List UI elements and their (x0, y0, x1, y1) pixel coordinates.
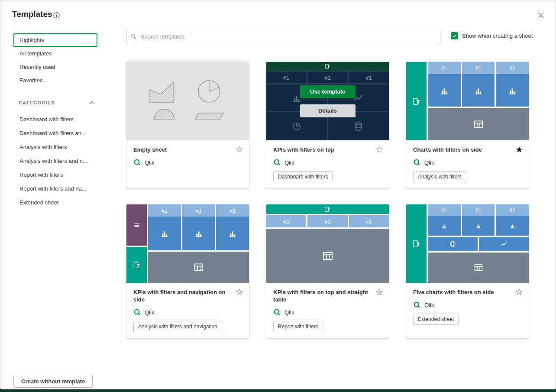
favorite-star[interactable]: ☆ (515, 288, 523, 296)
sidebar-item-recently-used[interactable]: Recently used (13, 60, 97, 74)
kpi-tile-label: #1 (182, 204, 215, 217)
sidebar-category-analysis-with-filters[interactable]: Analysis with filters (13, 140, 97, 154)
kpi-tile-label: #1 (148, 204, 181, 217)
template-card[interactable]: #1 #1 #1 Five charts with filters on sid… (406, 204, 529, 339)
template-grid: Empty sheet ☆ Qlik #1#1#1 Use template D… (126, 62, 529, 339)
menu-icon (133, 222, 140, 229)
favorite-star[interactable]: ☆ (236, 288, 243, 296)
template-thumbnail: #1 #1 #1 (406, 62, 529, 140)
favorite-star[interactable]: ★ (515, 145, 523, 154)
filter-bar (266, 204, 389, 214)
table-icon (194, 262, 204, 272)
kpi-tile-label: #1 (216, 204, 249, 217)
show-when-creating-checkbox[interactable] (451, 32, 458, 39)
kpi-tile-label: #1 (307, 215, 347, 227)
sidebar-category-report-with-filters-and-na[interactable]: Report with filters and na... (13, 181, 97, 195)
sidebar-category-items: Dashboard with filtersDashboard with fil… (13, 112, 97, 209)
info-icon[interactable] (53, 12, 60, 19)
qlik-logo (133, 308, 141, 316)
kpi-tile: #1 (496, 204, 529, 236)
sidebar-item-highlights[interactable]: Highlights (13, 33, 97, 47)
template-card[interactable]: Empty sheet ☆ Qlik (126, 62, 249, 189)
sidebar-category-analysis-with-filters-and-n[interactable]: Analysis with filters and n... (13, 154, 97, 168)
template-card[interactable]: #1 #1 #1 KPIs with filters and navigatio… (126, 204, 249, 339)
bar-chart-icon (441, 223, 447, 229)
kpi-tile: #1 (216, 204, 249, 250)
kpi-tile-body (428, 216, 461, 236)
kpi-tile-body (462, 74, 495, 107)
check-icon (452, 33, 457, 39)
sidebar-item-favorites[interactable]: Favorites (13, 74, 97, 87)
search-input[interactable] (141, 33, 436, 40)
thumb-grid: #1 #1 #1 (126, 204, 249, 283)
table-icon (474, 263, 483, 272)
sidebar-category-dashboard-with-filters[interactable]: Dashboard with filters (13, 112, 97, 126)
filter-pane-icon (412, 240, 421, 248)
kpi-tile: #1 (496, 62, 529, 107)
template-thumbnail: #1#1#1 Use template Details (266, 62, 389, 140)
filter-pane (126, 247, 147, 283)
kpi-tile-body (496, 216, 529, 236)
template-title: Empty sheet (133, 146, 242, 153)
kpi-tile-body (496, 74, 529, 107)
close-icon[interactable] (537, 11, 545, 19)
kpi-tile: #1 (428, 204, 461, 236)
publisher-name: Qlik (145, 309, 154, 316)
template-title: KPIs with filters on top (273, 146, 382, 153)
chevron-up-icon[interactable] (89, 99, 96, 106)
table-icon (322, 250, 333, 262)
table-panel (148, 252, 249, 283)
kpi-tile-label: #1 (428, 62, 461, 74)
favorite-star[interactable]: ☆ (375, 288, 383, 296)
filter-pane-icon (324, 206, 331, 213)
details-button[interactable]: Details (300, 104, 356, 117)
kpi-tile: #1 (462, 62, 495, 107)
create-without-template-button[interactable]: Create without template (13, 375, 93, 388)
show-when-creating-label: Show when creating a sheet (462, 32, 533, 39)
template-thumbnail: #1 #1 #1 (126, 204, 249, 283)
publisher-row: Qlik (413, 159, 522, 166)
card-info: KPIs with filters on top and straight ta… (266, 283, 389, 338)
search-bar (126, 30, 440, 43)
template-thumbnail (126, 62, 249, 140)
use-template-button[interactable]: Use template (300, 85, 356, 98)
templates-dialog: Templates HighlightsAll templatesRecentl… (0, 0, 556, 389)
chart-tile (428, 237, 478, 251)
template-title: KPIs with filters and navigation on side (133, 288, 242, 303)
template-card[interactable]: #1#1#1 KPIs with filters on top and stra… (266, 204, 389, 339)
filter-pane (406, 62, 427, 140)
template-card[interactable]: #1#1#1 Use template Details KPIs with fi… (266, 62, 389, 189)
bar-chart-icon (508, 86, 517, 95)
kpi-tile-body (182, 217, 215, 250)
card-info: KPIs with filters on top ☆ Qlik Dashboar… (266, 140, 389, 188)
show-when-creating-row: Show when creating a sheet (451, 32, 533, 39)
filter-pane-icon (412, 97, 421, 106)
sidebar-main-items: HighlightsAll templatesRecently usedFavo… (13, 33, 97, 87)
table-icon (473, 119, 484, 130)
qlik-logo (273, 159, 281, 166)
kpi-tile: #1 (182, 204, 215, 250)
publisher-row: Qlik (273, 308, 382, 316)
kpi-tile: #1 (462, 204, 495, 236)
thumb-grid: #1 #1 #1 (406, 204, 529, 283)
template-title: Five charts with filters on side (413, 288, 522, 296)
publisher-row: Qlik (133, 308, 242, 316)
kpi-tile-label: #1 (428, 204, 461, 216)
table-panel (266, 229, 389, 283)
sidebar: HighlightsAll templatesRecently usedFavo… (13, 33, 97, 209)
search-icon (130, 33, 137, 40)
sidebar-category-dashboard-with-filters-an[interactable]: Dashboard with filters an... (13, 126, 97, 140)
sidebar-category-extended-sheet[interactable]: Extended sheet (13, 195, 97, 209)
categories-section-header: CATEGORIES (13, 97, 97, 109)
template-card[interactable]: #1 #1 #1 Charts with filters on side ★ Q… (406, 62, 529, 189)
favorite-star[interactable]: ☆ (375, 145, 383, 154)
publisher-name: Qlik (424, 159, 434, 166)
categories-header-label: CATEGORIES (19, 100, 89, 105)
hover-actions: Use template Details (266, 62, 389, 140)
kpi-tile: #1 (148, 204, 181, 250)
favorite-star[interactable]: ☆ (236, 145, 243, 154)
sidebar-category-report-with-filters[interactable]: Report with filters (13, 168, 97, 181)
category-chip: Analysis with filters (413, 171, 466, 182)
publisher-row: Qlik (133, 159, 242, 166)
sidebar-item-all-templates[interactable]: All templates (13, 47, 97, 60)
